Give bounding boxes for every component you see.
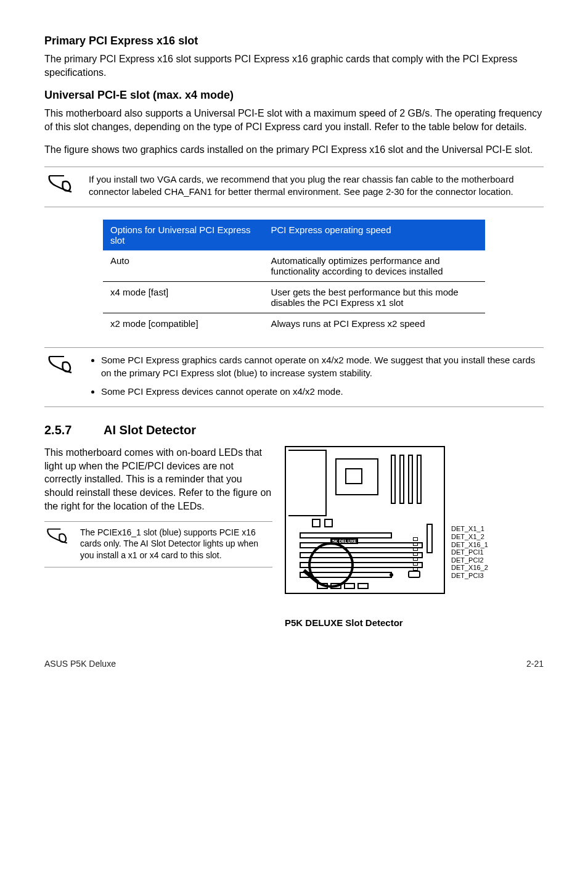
slot-detector-diagram: 5K DELUXE DET_X1_1 DET_X1_2 DET_X16_1 DE… bbox=[285, 446, 519, 613]
dimm-slot bbox=[391, 455, 396, 504]
table-cell: Auto bbox=[103, 250, 263, 282]
expansion-slot bbox=[300, 552, 423, 558]
table-cell: x2 mode [compatible] bbox=[103, 313, 263, 343]
expansion-slot bbox=[300, 542, 423, 548]
table-header-1: Options for Universal PCI Express slot bbox=[103, 220, 263, 250]
page-footer: ASUS P5K Deluxe 2-21 bbox=[44, 659, 544, 669]
table-cell: User gets the best performance but this … bbox=[263, 282, 485, 313]
note-icon bbox=[47, 173, 75, 194]
ai-slot-number: 2.5.7 bbox=[44, 423, 104, 437]
pin-label: DET_PCI2 bbox=[451, 556, 488, 564]
table-row: x2 mode [compatible] Always runs at PCI … bbox=[103, 313, 485, 343]
ai-slot-intro: This motherboard comes with on-board LED… bbox=[44, 446, 272, 513]
io-block bbox=[288, 450, 327, 516]
primary-heading: Primary PCI Express x16 slot bbox=[44, 35, 544, 47]
diagram-inner-label: 5K DELUXE bbox=[330, 538, 358, 544]
note-vga: If you install two VGA cards, we recomme… bbox=[44, 167, 544, 208]
pin-label: DET_X16_1 bbox=[451, 541, 488, 549]
pin-label: DET_PCI3 bbox=[451, 572, 488, 580]
small-chip bbox=[312, 519, 321, 527]
pin-label: DET_PCI1 bbox=[451, 548, 488, 556]
cpu-inner bbox=[345, 468, 362, 484]
dimm-slot bbox=[399, 455, 404, 504]
table-cell: Always runs at PCI Express x2 speed bbox=[263, 313, 485, 343]
small-chip bbox=[324, 519, 333, 527]
expansion-slot bbox=[300, 532, 392, 538]
universal-body2: The figure shows two graphics cards inst… bbox=[44, 143, 544, 157]
note-icon bbox=[47, 354, 75, 375]
expansion-slot bbox=[300, 562, 423, 568]
ai-slot-heading: 2.5.7AI Slot Detector bbox=[44, 423, 544, 437]
table-row: Auto Automatically optimizes performance… bbox=[103, 250, 485, 282]
note-bullets: Some PCI Express graphics cards cannot o… bbox=[44, 347, 544, 407]
note-mini-text: The PCIEx16_1 slot (blue) supports PCIE … bbox=[80, 527, 271, 561]
table-header-2: PCI Express operating speed bbox=[263, 220, 485, 250]
footer-left: ASUS P5K Deluxe bbox=[44, 659, 116, 669]
ai-slot-title: AI Slot Detector bbox=[104, 423, 196, 437]
universal-heading: Universal PCI-E slot (max. x4 mode) bbox=[44, 89, 544, 102]
pin-labels: DET_X1_1 DET_X1_2 DET_X16_1 DET_PCI1 DET… bbox=[451, 525, 488, 579]
primary-body: The primary PCI Express x16 slot support… bbox=[44, 52, 544, 79]
note-bullet-1: Some PCI Express graphics cards cannot o… bbox=[101, 354, 541, 379]
note-bullet-2: Some PCI Express devices cannot operate … bbox=[101, 386, 541, 398]
universal-body1: This motherboard also supports a Univers… bbox=[44, 107, 544, 133]
header-row bbox=[317, 583, 403, 589]
dimm-slot bbox=[408, 455, 413, 504]
table-cell: Automatically optimizes performance and … bbox=[263, 250, 485, 282]
note-mini: The PCIEx16_1 slot (blue) supports PCIE … bbox=[44, 521, 272, 567]
table-row: x4 mode [fast] User gets the best perfor… bbox=[103, 282, 485, 313]
south-connector bbox=[427, 524, 433, 553]
diagram-caption: P5K DELUXE Slot Detector bbox=[285, 617, 544, 628]
footer-right: 2-21 bbox=[526, 659, 544, 669]
pin-label: DET_X1_2 bbox=[451, 533, 488, 541]
dimm-slot bbox=[417, 455, 422, 504]
pin-label: DET_X16_2 bbox=[451, 564, 488, 572]
note-icon bbox=[46, 527, 70, 561]
options-table: Options for Universal PCI Express slot P… bbox=[103, 220, 485, 342]
led-column bbox=[413, 537, 418, 572]
note-vga-text: If you install two VGA cards, we recomme… bbox=[89, 173, 541, 199]
table-cell: x4 mode [fast] bbox=[103, 282, 263, 313]
pin-label: DET_X1_1 bbox=[451, 525, 488, 533]
